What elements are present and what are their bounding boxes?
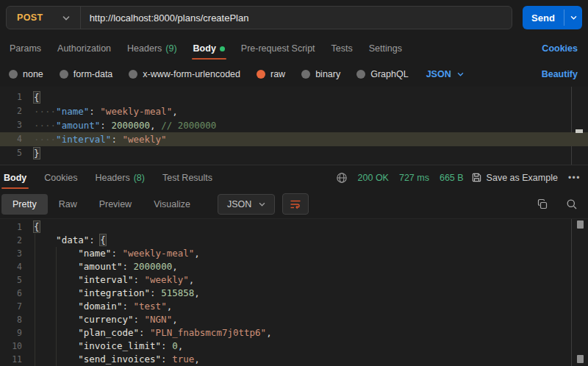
response-tab-headers[interactable]: Headers(8) xyxy=(86,165,154,190)
code-token: "interval" xyxy=(56,134,111,145)
code-token: "weekly-meal" xyxy=(122,248,194,259)
code-token xyxy=(34,301,78,312)
line-number: 3 xyxy=(0,118,22,132)
code-token: : xyxy=(100,120,111,131)
code-line[interactable]: 2 "data": { xyxy=(0,234,588,247)
line-number: 1 xyxy=(0,90,22,104)
tab-label: Pre-request Script xyxy=(241,43,315,54)
url-input[interactable] xyxy=(81,7,512,29)
code-line[interactable]: 1{ xyxy=(0,90,588,104)
code-line[interactable]: 11 "send_invoices": true, xyxy=(0,353,588,366)
response-size[interactable]: 665 B xyxy=(440,173,464,183)
code-line-content: "domain": "test", xyxy=(22,300,172,313)
code-line[interactable]: 5 "interval": "weekly", xyxy=(0,273,588,287)
response-format-select[interactable]: JSON xyxy=(218,194,275,215)
tab-tests[interactable]: Tests xyxy=(323,35,361,62)
tab-label: Cookies xyxy=(44,173,77,183)
network-globe-icon[interactable] xyxy=(336,172,348,184)
code-line-content: "invoice_limit": 0, xyxy=(22,340,183,353)
tab-headers[interactable]: Headers(9) xyxy=(119,35,185,62)
code-line[interactable]: 5} xyxy=(0,146,588,160)
save-as-example-button[interactable]: Save as Example xyxy=(471,172,558,183)
code-line-content: } xyxy=(22,146,40,160)
code-line-content: { xyxy=(22,220,40,234)
code-token: , xyxy=(194,287,200,298)
radio-raw[interactable]: raw xyxy=(257,69,285,79)
code-token: , xyxy=(194,248,200,259)
send-button[interactable]: Send xyxy=(523,6,582,29)
response-tab-test-results[interactable]: Test Results xyxy=(154,165,221,190)
response-tab-cookies[interactable]: Cookies xyxy=(35,165,86,190)
beautify-link[interactable]: Beautify xyxy=(542,69,578,79)
radio-none[interactable]: none xyxy=(9,69,43,79)
status-code[interactable]: 200 OK xyxy=(358,173,389,183)
code-line[interactable]: 3 "name": "weekly-meal", xyxy=(0,247,588,260)
line-number: 11 xyxy=(0,353,22,366)
tab-settings[interactable]: Settings xyxy=(361,35,410,62)
view-tab-visualize[interactable]: Visualize xyxy=(143,194,201,215)
view-tab-pretty[interactable]: Pretty xyxy=(1,194,48,215)
code-token: "send_invoices" xyxy=(78,354,161,365)
code-line[interactable]: 10 "invoice_limit": 0, xyxy=(0,340,588,353)
code-line-content: "plan_code": "PLN_fnabsmcm7j0ttp6", xyxy=(22,326,272,340)
search-icon[interactable] xyxy=(566,198,578,210)
view-tab-preview[interactable]: Preview xyxy=(88,194,143,215)
tab-body[interactable]: Body xyxy=(185,35,233,62)
request-url-bar: POST Send xyxy=(0,0,588,35)
wrap-line-button[interactable] xyxy=(282,193,309,215)
code-token: : xyxy=(150,287,161,298)
code-line[interactable]: 7 "domain": "test", xyxy=(0,300,588,313)
code-token: 2000000 xyxy=(134,261,173,272)
line-number: 9 xyxy=(0,326,22,340)
code-token: : xyxy=(161,340,172,351)
radio-binary[interactable]: binary xyxy=(301,69,340,79)
code-line[interactable]: 6 "integration": 515858, xyxy=(0,287,588,300)
overview-ruler-marker xyxy=(577,220,584,229)
radio-icon xyxy=(301,70,310,79)
send-options-button[interactable] xyxy=(564,6,582,29)
radio-x-www-form-urlencoded[interactable]: x-www-form-urlencoded xyxy=(129,69,240,79)
code-line[interactable]: 4 "amount": 2000000, xyxy=(0,260,588,273)
radio-form-data[interactable]: form-data xyxy=(60,69,113,79)
radio-label: raw xyxy=(270,69,285,79)
tab-authorization[interactable]: Authorization xyxy=(49,35,119,62)
code-line[interactable]: 8 "currency": "NGN", xyxy=(0,313,588,326)
method-url-container: POST xyxy=(6,6,512,29)
code-line-content: ····"interval": "weekly" xyxy=(22,132,167,146)
view-tab-raw[interactable]: Raw xyxy=(48,194,88,215)
postman-window: POST Send Params Authorization Headers(9… xyxy=(0,0,588,366)
save-as-example-label: Save as Example xyxy=(487,173,558,183)
cookies-link[interactable]: Cookies xyxy=(542,43,578,54)
more-options-icon[interactable]: ••• xyxy=(568,173,581,183)
response-tab-body[interactable]: Body xyxy=(0,165,35,190)
line-number: 5 xyxy=(0,273,22,287)
code-token: : xyxy=(161,354,172,365)
code-token xyxy=(34,314,78,325)
method-selector[interactable]: POST xyxy=(7,7,80,29)
code-token: , xyxy=(194,354,200,365)
code-token: { xyxy=(34,221,40,232)
code-line[interactable]: 4····"interval": "weekly" xyxy=(0,132,588,146)
radio-graphql[interactable]: GraphQL xyxy=(356,69,408,79)
code-token: , xyxy=(172,106,178,117)
tab-pre-request-script[interactable]: Pre-request Script xyxy=(233,35,323,62)
code-token: , xyxy=(189,274,195,285)
tab-label: Headers xyxy=(95,173,129,183)
line-number: 4 xyxy=(0,260,22,273)
code-token: "name" xyxy=(56,106,89,117)
code-line[interactable]: 3····"amount": 2000000, // 2000000 xyxy=(0,118,588,132)
response-time[interactable]: 727 ms xyxy=(399,173,429,183)
code-line[interactable]: 1{ xyxy=(0,220,588,234)
chevron-down-icon xyxy=(570,15,577,20)
response-body-viewer[interactable]: 1{2 "data": {3 "name": "weekly-meal",4 "… xyxy=(0,219,588,366)
code-line[interactable]: 9 "plan_code": "PLN_fnabsmcm7j0ttp6", xyxy=(0,326,588,340)
request-body-editor[interactable]: 1{2····"name": "weekly-meal",3····"amoun… xyxy=(0,87,588,165)
code-line-content: "send_invoices": true, xyxy=(22,353,200,366)
code-line[interactable]: 2····"name": "weekly-meal", xyxy=(0,104,588,118)
tab-params[interactable]: Params xyxy=(1,35,49,62)
body-format-select[interactable]: JSON xyxy=(426,69,464,79)
copy-icon[interactable] xyxy=(537,198,548,210)
radio-icon xyxy=(129,70,137,79)
tab-label: Test Results xyxy=(162,173,212,183)
chevron-down-icon xyxy=(457,72,464,76)
